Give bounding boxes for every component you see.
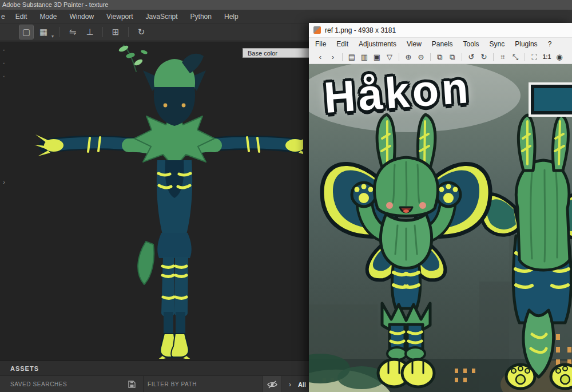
left-tool-strip: ▪ ▪ ▪ ›	[0, 42, 8, 361]
reset-rotation-icon[interactable]: ↻	[134, 25, 148, 39]
viewer-menu-adjustments[interactable]: Adjustments	[353, 40, 402, 48]
gizmo-tool-icon[interactable]: ▢	[19, 25, 33, 39]
toggle-visibility-button[interactable]	[263, 376, 282, 392]
save-search-icon[interactable]	[128, 376, 136, 392]
viewport-3d-model	[34, 44, 303, 359]
filter-icon[interactable]: ▽	[384, 52, 395, 63]
forward-icon[interactable]: ›	[327, 52, 339, 63]
viewer-window-title: ref 1.png - 4938 x 3181	[325, 26, 396, 34]
menu-mode[interactable]: Mode	[33, 13, 63, 21]
viewer-menu-view[interactable]: View	[402, 40, 427, 48]
resize-icon[interactable]: ⤡	[510, 52, 521, 63]
menu-window[interactable]: Window	[63, 13, 100, 21]
viewer-menu-file[interactable]: File	[310, 40, 331, 48]
redo-icon[interactable]: ↻	[478, 52, 490, 63]
color-swatch	[531, 85, 572, 114]
tile-grid-icon[interactable]: ▦	[37, 25, 50, 39]
viewer-menu-panels[interactable]: Panels	[427, 40, 458, 48]
add-icon[interactable]: ⊞	[109, 25, 122, 39]
left-tool-icon[interactable]: ▪	[3, 74, 5, 79]
left-tool-icon[interactable]: ▪	[3, 47, 5, 53]
character-name-title: Håkon	[322, 64, 472, 122]
menu-python[interactable]: Python	[184, 13, 218, 21]
viewer-menu-sync[interactable]: Sync	[484, 40, 510, 48]
fullscreen-icon[interactable]: ⛶	[529, 52, 540, 63]
paste-icon[interactable]: ⧉	[447, 52, 458, 63]
viewer-menubar: File Edit Adjustments View Panels Tools …	[309, 38, 572, 50]
assets-path-chevron-icon[interactable]: ›	[289, 376, 292, 392]
menu-help[interactable]: Help	[218, 13, 245, 21]
saved-searches-label[interactable]: SAVED SEARCHES	[10, 376, 67, 392]
open-folder-icon[interactable]: ▥	[359, 52, 370, 63]
zoom-in-icon[interactable]: ⊕	[403, 52, 414, 63]
toolbar-separator	[59, 27, 60, 37]
save-icon[interactable]: ▣	[371, 52, 383, 63]
crop-icon[interactable]: ⌗	[497, 52, 509, 63]
toolbar-separator	[493, 53, 494, 61]
undo-icon[interactable]: ↺	[466, 52, 477, 63]
nomacs-logo-icon	[313, 26, 321, 34]
copy-icon[interactable]: ⧉	[434, 52, 446, 63]
painter-window-title: Adobe Substance 3D Painter - texture	[0, 0, 572, 10]
viewer-toolbar: ‹ › ▤ ▥ ▣ ▽ ⊕ ⊖ ⧉ ⧉ ↺ ↻ ⌗ ⤡ ⛶ 1:1 ◉	[309, 50, 572, 64]
channel-select-dropdown[interactable]: Base color	[243, 48, 310, 58]
toolbar-separator	[430, 53, 431, 61]
toolbar-separator	[342, 53, 343, 61]
symmetry-x-icon[interactable]: ⇋	[66, 25, 80, 39]
new-folder-icon[interactable]: ▤	[346, 52, 357, 63]
image-canvas[interactable]: Håkon	[309, 64, 572, 392]
image-viewer-window: ref 1.png - 4938 x 3181 File Edit Adjust…	[309, 23, 572, 392]
actual-size-icon[interactable]: 1:1	[541, 52, 553, 63]
assets-divider	[143, 376, 144, 392]
viewer-titlebar[interactable]: ref 1.png - 4938 x 3181	[309, 23, 572, 38]
zoom-out-icon[interactable]: ⊖	[415, 52, 427, 63]
assets-path-all[interactable]: All	[298, 376, 306, 392]
viewer-menu-edit[interactable]: Edit	[331, 40, 353, 48]
filter-by-path-label[interactable]: FILTER BY PATH	[148, 376, 197, 392]
toolbar-separator	[525, 53, 525, 61]
leaf-sprig	[118, 45, 148, 72]
toolbar-separator	[102, 27, 103, 37]
toolbar-separator	[462, 53, 462, 61]
grid-caret-icon[interactable]: ▾	[51, 34, 54, 41]
toolbar-separator	[128, 27, 129, 37]
menu-file-partial[interactable]: e	[0, 13, 9, 21]
symmetry-y-icon[interactable]: ⊥	[83, 25, 97, 39]
viewer-menu-plugins[interactable]: Plugins	[510, 40, 542, 48]
viewer-menu-tools[interactable]: Tools	[458, 40, 484, 48]
painter-menubar: e Edit Mode Window Viewport JavaScript P…	[0, 10, 572, 23]
back-icon[interactable]: ‹	[315, 52, 326, 63]
menu-edit[interactable]: Edit	[9, 13, 34, 21]
left-tool-icon[interactable]: ▪	[3, 61, 5, 66]
toolbar-separator	[399, 53, 399, 61]
menu-viewport[interactable]: Viewport	[100, 13, 139, 21]
viewer-menu-help[interactable]: ?	[543, 40, 557, 48]
location-icon[interactable]: ◉	[554, 52, 565, 63]
panel-expand-chevron-icon[interactable]: ›	[3, 179, 5, 185]
menu-javascript[interactable]: JavaScript	[140, 13, 184, 21]
